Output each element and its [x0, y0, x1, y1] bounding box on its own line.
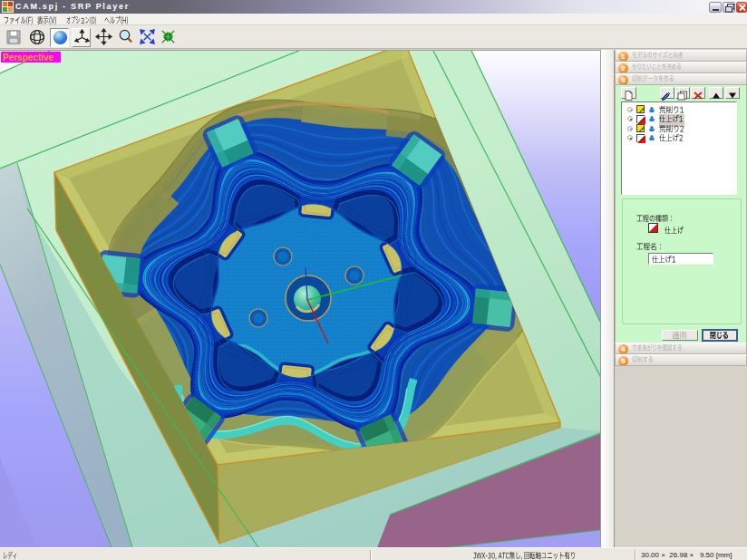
svg-text:Perspective: Perspective	[3, 53, 54, 63]
